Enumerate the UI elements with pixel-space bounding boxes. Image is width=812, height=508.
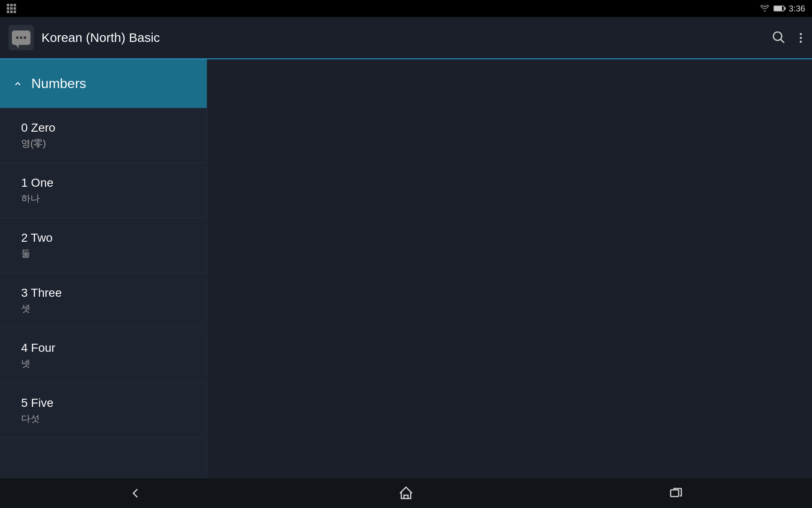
more-options-button[interactable] (798, 31, 804, 44)
detail-panel (207, 59, 812, 478)
status-left (7, 4, 16, 13)
app-title: Korean (North) Basic (41, 30, 771, 45)
item-subtitle-3: 셋 (21, 302, 186, 315)
item-subtitle-2: 둘 (21, 247, 186, 260)
grid-icon (7, 4, 16, 13)
list-item[interactable]: 3 Three 셋 (0, 273, 207, 328)
item-subtitle-1: 하나 (21, 192, 186, 205)
item-title-5: 5 Five (21, 396, 186, 410)
app-icon (8, 25, 34, 50)
back-button[interactable] (127, 485, 143, 501)
svg-line-1 (781, 39, 784, 43)
item-subtitle-4: 넷 (21, 357, 186, 370)
speech-bubble-icon (12, 30, 30, 45)
wifi-icon (760, 5, 769, 12)
list-item[interactable]: 0 Zero 영(零) (0, 108, 207, 163)
item-title-1: 1 One (21, 176, 186, 190)
status-bar: 3:36 (0, 0, 812, 17)
bubble-dots (16, 36, 26, 39)
item-title-2: 2 Two (21, 231, 186, 245)
svg-rect-2 (404, 495, 408, 499)
item-title-3: 3 Three (21, 286, 186, 300)
sidebar: Numbers 0 Zero 영(零) 1 One 하나 2 Two 둘 3 T… (0, 59, 207, 478)
list-item[interactable]: 5 Five 다섯 (0, 383, 207, 438)
svg-rect-3 (671, 490, 679, 497)
search-button[interactable] (771, 30, 785, 46)
main-content: Numbers 0 Zero 영(零) 1 One 하나 2 Two 둘 3 T… (0, 59, 812, 478)
svg-point-0 (774, 32, 782, 41)
item-subtitle-5: 다섯 (21, 412, 186, 425)
action-bar: Korean (North) Basic (0, 17, 812, 59)
status-time: 3:36 (789, 4, 805, 14)
category-header[interactable]: Numbers (0, 59, 207, 108)
chevron-up-icon (13, 79, 23, 89)
item-subtitle-0: 영(零) (21, 137, 186, 150)
recent-apps-button[interactable] (669, 485, 685, 501)
battery-icon (774, 6, 785, 11)
category-label: Numbers (31, 76, 86, 91)
item-title-0: 0 Zero (21, 121, 186, 135)
list-item[interactable]: 2 Two 둘 (0, 218, 207, 273)
status-right: 3:36 (760, 4, 805, 14)
nav-bar (0, 478, 812, 508)
list-item[interactable]: 1 One 하나 (0, 163, 207, 218)
list-item[interactable]: 4 Four 넷 (0, 328, 207, 383)
home-button[interactable] (398, 485, 414, 501)
item-title-4: 4 Four (21, 341, 186, 355)
action-icons (771, 30, 804, 46)
